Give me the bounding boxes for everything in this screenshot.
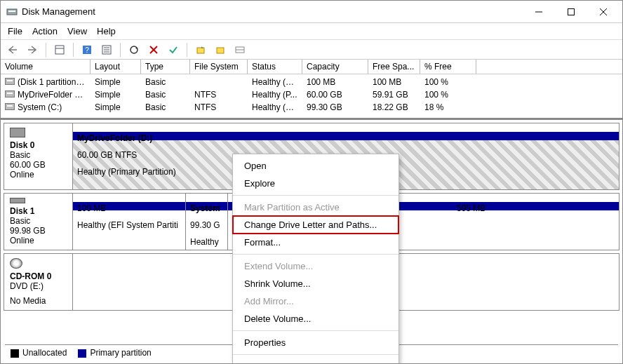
ctx-properties[interactable]: Properties <box>233 334 398 351</box>
volume-row[interactable]: System (C:) Simple Basic NTFS Healthy (B… <box>1 101 622 114</box>
toolbar-separator <box>120 43 121 57</box>
col-status[interactable]: Status <box>248 60 302 74</box>
volume-icon <box>5 78 15 85</box>
ctx-delete-volume[interactable]: Delete Volume... <box>233 310 398 328</box>
svg-rect-17 <box>197 48 204 53</box>
col-type[interactable]: Type <box>141 60 190 74</box>
toolbar-separator <box>73 43 74 57</box>
legend-unallocated: Unallocated <box>11 348 67 358</box>
ctx-separator <box>233 195 398 196</box>
menubar: File Action View Help <box>1 23 622 40</box>
context-menu: Open Explore Mark Partition as Active Ch… <box>232 154 399 364</box>
col-pct-free[interactable]: % Free <box>420 60 476 74</box>
ctx-open[interactable]: Open <box>233 157 398 175</box>
delete-icon[interactable] <box>146 42 161 58</box>
show-hide-button[interactable] <box>52 42 67 58</box>
legend-primary-partition: Primary partition <box>78 348 151 358</box>
disk-icon <box>10 198 25 203</box>
properties-icon[interactable] <box>99 42 114 58</box>
menu-help[interactable]: Help <box>97 26 116 36</box>
svg-rect-1 <box>8 11 15 12</box>
disk-label[interactable]: Disk 0 Basic 60.00 GB Online <box>4 123 73 189</box>
partition-efi[interactable]: 100 MB Healthy (EFI System Partiti <box>73 194 185 250</box>
ctx-extend-volume: Extend Volume... <box>233 257 398 275</box>
menu-file[interactable]: File <box>8 26 22 36</box>
maximize-button[interactable] <box>555 1 587 22</box>
col-capacity[interactable]: Capacity <box>302 60 368 74</box>
window-title: Disk Management <box>22 6 523 17</box>
menu-view[interactable]: View <box>67 26 87 36</box>
volume-row[interactable]: MyDriveFolder (D:) Simple Basic NTFS Hea… <box>1 88 622 101</box>
svg-rect-3 <box>568 8 575 15</box>
menu-action[interactable]: Action <box>32 26 58 36</box>
ctx-change-drive-letter[interactable]: Change Drive Letter and Paths... <box>233 216 398 234</box>
ctx-add-mirror: Add Mirror... <box>233 292 398 310</box>
checkmark-icon[interactable] <box>166 42 181 58</box>
ctx-format[interactable]: Format... <box>233 234 398 251</box>
cdrom-icon <box>10 258 22 269</box>
svg-rect-18 <box>217 48 224 53</box>
disk-label[interactable]: Disk 1 Basic 99.98 GB Online <box>4 194 73 250</box>
ctx-help[interactable]: Help <box>233 358 398 364</box>
detach-vhd-icon[interactable] <box>232 42 248 58</box>
toolbar: ? <box>1 40 622 60</box>
volume-row[interactable]: (Disk 1 partition 1) Simple Basic Health… <box>1 76 622 88</box>
help-icon[interactable]: ? <box>79 42 95 58</box>
volume-icon <box>5 103 15 110</box>
refresh-icon[interactable] <box>126 42 142 58</box>
attach-vhd-icon[interactable] <box>213 42 228 58</box>
app-icon <box>6 6 18 18</box>
ctx-explore[interactable]: Explore <box>233 175 398 192</box>
ctx-separator <box>233 254 398 255</box>
forward-button[interactable] <box>25 42 40 58</box>
volume-list-header: Volume Layout Type File System Status Ca… <box>1 60 622 74</box>
ctx-separator <box>233 330 398 331</box>
window-controls <box>523 1 619 22</box>
ctx-mark-active: Mark Partition as Active <box>233 198 398 216</box>
col-volume[interactable]: Volume <box>1 60 91 74</box>
ctx-shrink-volume[interactable]: Shrink Volume... <box>233 275 398 292</box>
back-button[interactable] <box>5 42 20 58</box>
partition-system-c[interactable]: System 99.30 G Healthy <box>185 194 227 250</box>
toolbar-separator <box>187 43 187 57</box>
ctx-separator <box>233 354 398 355</box>
svg-text:?: ? <box>85 46 89 54</box>
close-button[interactable] <box>587 1 619 22</box>
disk-icon <box>10 128 25 137</box>
create-vhd-icon[interactable] <box>193 42 208 58</box>
col-filesystem[interactable]: File System <box>190 60 248 74</box>
col-free[interactable]: Free Spa... <box>368 60 420 74</box>
disk-label[interactable]: CD-ROM 0 DVD (E:) No Media <box>4 254 73 310</box>
toolbar-separator <box>46 43 46 57</box>
col-layout[interactable]: Layout <box>91 60 141 74</box>
titlebar: Disk Management <box>1 1 622 23</box>
minimize-button[interactable] <box>523 1 555 22</box>
svg-rect-6 <box>55 46 64 54</box>
volume-icon <box>5 90 15 97</box>
volume-list: Volume Layout Type File System Status Ca… <box>1 60 622 119</box>
